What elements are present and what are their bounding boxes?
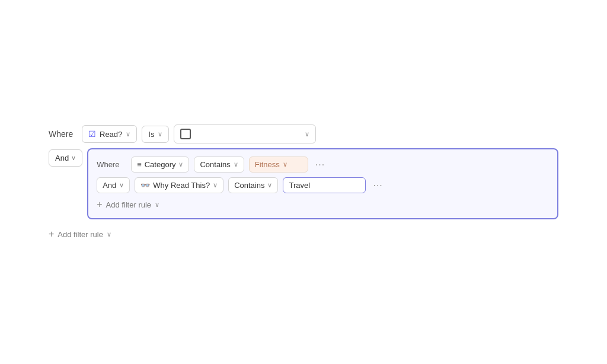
chevron-icon-and2: ∨	[119, 181, 124, 189]
chevron-icon-add-outer: ∨	[107, 231, 111, 238]
more-menu-1[interactable]: ···	[313, 157, 327, 173]
inner-filter-row-2: And ∨ 👓 Why Read This? ∨ Contains ∨ Trav…	[97, 177, 549, 193]
row-2-container: And ∨ Where ≡ Category ∨ Contains ∨ Fitn…	[49, 148, 558, 219]
operator-label-contains-1: Contains	[200, 160, 230, 169]
value-dropdown-checkbox[interactable]: ∨	[174, 124, 316, 143]
chevron-icon-cat: ∨	[178, 161, 183, 168]
chevron-icon-add-inner: ∨	[155, 201, 159, 209]
and-button[interactable]: And ∨	[49, 149, 82, 167]
chevron-icon-3: ∨	[305, 130, 309, 138]
field-dropdown-why[interactable]: 👓 Why Read This? ∨	[135, 177, 223, 193]
field-dropdown-category[interactable]: ≡ Category ∨	[131, 157, 189, 173]
group-box: Where ≡ Category ∨ Contains ∨ Fitness ∨ …	[87, 148, 558, 219]
chevron-icon-cont1: ∨	[234, 161, 238, 168]
where-label-1: Where	[49, 129, 77, 139]
plus-icon-outer: +	[49, 229, 54, 240]
plus-icon-inner: +	[97, 199, 102, 210]
add-filter-rule-inner[interactable]: + Add filter rule ∨	[97, 198, 549, 211]
category-icon: ≡	[137, 160, 142, 169]
operator-dropdown-contains-1[interactable]: Contains ∨	[194, 157, 244, 173]
value-label-fitness: Fitness	[255, 160, 280, 169]
and-label-inner: And	[103, 181, 116, 190]
value-input-travel[interactable]: Travel	[283, 177, 366, 193]
add-filter-inner-label: Add filter rule	[106, 200, 151, 209]
chevron-icon-fitness: ∨	[283, 161, 287, 168]
and-dropdown-inner[interactable]: And ∨	[97, 177, 130, 193]
field-label-why: Why Read This?	[153, 181, 210, 190]
field-label-read: Read?	[100, 130, 122, 139]
inner-filter-row-1: Where ≡ Category ∨ Contains ∨ Fitness ∨ …	[97, 157, 549, 173]
field-dropdown-read[interactable]: ☑ Read? ∨	[82, 125, 137, 143]
chevron-icon-cont2: ∨	[267, 181, 272, 189]
operator-dropdown-is[interactable]: Is ∨	[142, 126, 169, 143]
read-checkbox-icon: ☑	[88, 129, 96, 139]
add-filter-rule-outer[interactable]: + Add filter rule ∨	[49, 229, 558, 240]
chevron-icon-and: ∨	[71, 154, 76, 162]
chevron-icon-1: ∨	[126, 130, 130, 138]
chevron-icon-2: ∨	[158, 130, 162, 138]
more-menu-2[interactable]: ···	[370, 178, 385, 193]
checkbox-square-icon	[180, 129, 191, 139]
field-label-category: Category	[145, 160, 176, 169]
value-label-travel: Travel	[289, 181, 310, 190]
why-icon: 👓	[140, 181, 150, 190]
filter-container: Where ☑ Read? ∨ Is ∨ ∨ And ∨ Where ≡ C	[37, 113, 570, 251]
value-dropdown-fitness[interactable]: Fitness ∨	[249, 157, 308, 173]
add-filter-outer-label: Add filter rule	[57, 230, 103, 239]
filter-row-1: Where ☑ Read? ∨ Is ∨ ∨	[49, 124, 558, 143]
operator-label-contains-2: Contains	[234, 181, 264, 190]
and-label: And	[55, 154, 69, 162]
inner-where-label-1: Where	[97, 160, 126, 169]
operator-label-is: Is	[148, 130, 154, 139]
operator-dropdown-contains-2[interactable]: Contains ∨	[228, 177, 278, 193]
chevron-icon-why: ∨	[213, 181, 218, 189]
